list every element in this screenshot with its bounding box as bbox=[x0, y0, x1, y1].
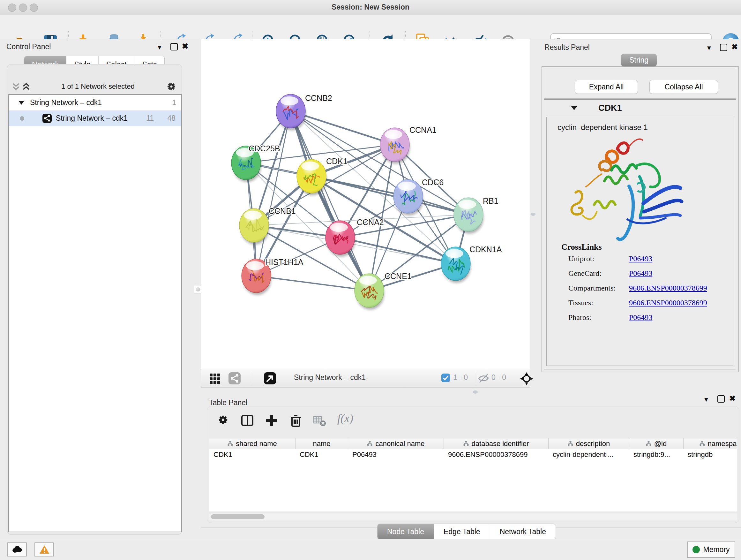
open-in-window-icon[interactable] bbox=[263, 372, 277, 385]
right-splitter[interactable] bbox=[530, 39, 536, 396]
network-canvas[interactable]: CCNB2CCNA1CDC25BCDK1CDC6RB1CCNB1CCNA2CDK… bbox=[201, 39, 530, 369]
node-table-container: f(x) shared namenamecanonical namedataba… bbox=[207, 406, 739, 523]
collapse-all-icon[interactable] bbox=[12, 82, 20, 91]
table-cell[interactable]: CDK1 bbox=[295, 449, 348, 460]
column-label: @id bbox=[654, 440, 667, 448]
column-type-icon bbox=[568, 440, 573, 448]
bottom-splitter-handle[interactable] bbox=[473, 390, 478, 394]
network-node-CCNB1[interactable]: CCNB1 bbox=[239, 206, 296, 245]
network-item-label: String Network – cdk1 bbox=[56, 114, 128, 123]
node-label: HIST1H1A bbox=[265, 258, 304, 266]
tab-edge-table[interactable]: Edge Table bbox=[434, 524, 490, 539]
column-header-namespace[interactable]: namespace bbox=[684, 438, 737, 449]
memory-button[interactable]: Memory bbox=[687, 542, 735, 558]
network-node-CCNE1[interactable]: CCNE1 bbox=[354, 272, 412, 310]
network-node-CDKN1A[interactable]: CDKN1A bbox=[441, 245, 502, 283]
table-cell[interactable]: stringdb bbox=[684, 449, 737, 460]
column-header-database-identifier[interactable]: database identifier bbox=[444, 438, 549, 449]
network-edge[interactable] bbox=[256, 111, 291, 276]
scrollbar-thumb[interactable] bbox=[211, 514, 265, 519]
expand-all-icon[interactable] bbox=[22, 82, 30, 91]
expand-collapse-box: Expand All Collapse All bbox=[544, 69, 736, 99]
crosslink-link[interactable]: P06493 bbox=[629, 269, 652, 278]
network-tree-item-row[interactable]: String Network – cdk1 11 48 bbox=[9, 111, 181, 126]
delete-column-icon[interactable] bbox=[289, 414, 303, 428]
network-edge[interactable] bbox=[256, 276, 369, 291]
add-column-icon[interactable] bbox=[265, 414, 279, 428]
network-node-CDC6[interactable]: CDC6 bbox=[394, 178, 444, 215]
show-column-icon[interactable] bbox=[240, 414, 254, 428]
function-builder-icon[interactable]: f(x) bbox=[337, 412, 353, 425]
table-header-row: shared namenamecanonical namedatabase id… bbox=[209, 438, 737, 449]
node-description: cyclin–dependent kinase 1 bbox=[557, 123, 648, 132]
crosslink-link[interactable]: 9606.ENSP00000378699 bbox=[629, 299, 707, 307]
crosslink-row: GeneCard:P06493 bbox=[568, 269, 728, 278]
warning-button[interactable] bbox=[35, 543, 54, 557]
collapse-arrow-icon[interactable] bbox=[571, 106, 577, 111]
close-panel-icon[interactable]: ✖ bbox=[182, 43, 188, 50]
close-panel-icon[interactable]: ✖ bbox=[731, 44, 738, 50]
float-panel-icon[interactable] bbox=[171, 43, 178, 51]
network-tree-root-row[interactable]: String Network – cdk1 1 bbox=[9, 95, 181, 111]
string-results-container: Expand All Collapse All CDK1 cyclin–depe… bbox=[542, 66, 739, 372]
column-type-icon bbox=[646, 440, 651, 448]
expand-all-button[interactable]: Expand All bbox=[575, 80, 638, 94]
cloud-button[interactable] bbox=[7, 543, 27, 557]
network-node-CCNA2[interactable]: CCNA2 bbox=[326, 218, 384, 257]
collapse-all-button[interactable]: Collapse All bbox=[650, 80, 718, 94]
crosslink-link[interactable]: P06493 bbox=[629, 313, 652, 322]
panel-menu-icon[interactable]: ▼ bbox=[703, 396, 710, 403]
crosslinks-title: CrossLinks bbox=[561, 242, 602, 252]
network-edge[interactable] bbox=[291, 111, 395, 145]
panel-menu-icon[interactable]: ▼ bbox=[156, 44, 163, 51]
horizontal-scrollbar[interactable] bbox=[209, 513, 737, 520]
node-label: CDKN1A bbox=[469, 245, 502, 254]
table-cell[interactable]: stringdb:9... bbox=[629, 449, 684, 460]
node-count: 11 bbox=[146, 114, 154, 123]
close-panel-icon[interactable]: ✖ bbox=[729, 395, 736, 401]
collapse-arrow-icon[interactable] bbox=[18, 101, 24, 105]
network-node-CCNB2[interactable]: CCNB2 bbox=[276, 94, 332, 130]
app-window: Session: New Session bbox=[0, 0, 741, 560]
crosslink-link[interactable]: 9606.ENSP00000378699 bbox=[629, 284, 707, 293]
network-overview-icon[interactable] bbox=[228, 372, 241, 385]
network-edge[interactable] bbox=[312, 176, 468, 214]
right-splitter-handle[interactable] bbox=[531, 212, 536, 216]
table-cell[interactable]: cyclin-dependent ... bbox=[549, 449, 629, 460]
node-result-header[interactable]: CDK1 bbox=[544, 100, 736, 116]
column-header-canonical-name[interactable]: canonical name bbox=[348, 438, 444, 449]
panel-menu-icon[interactable]: ▼ bbox=[706, 44, 712, 52]
selected-checkbox[interactable] bbox=[441, 374, 450, 382]
table-empty-area bbox=[209, 460, 737, 511]
separator bbox=[251, 372, 251, 384]
crosslink-row: Uniprot:P06493 bbox=[568, 254, 728, 263]
left-splitter-handle[interactable] bbox=[194, 285, 202, 294]
column-header-@id[interactable]: @id bbox=[629, 438, 684, 449]
network-node-RB1[interactable]: RB1 bbox=[454, 196, 498, 234]
column-header-shared-name[interactable]: shared name bbox=[209, 438, 295, 449]
crosslink-link[interactable]: P06493 bbox=[629, 254, 652, 263]
table-row[interactable]: CDK1CDK1P064939606.ENSP00000378699cyclin… bbox=[209, 449, 737, 460]
tab-network-table[interactable]: Network Table bbox=[490, 524, 556, 539]
node-label: CDC25B bbox=[249, 144, 280, 153]
network-node-HIST1H1A[interactable]: HIST1H1A bbox=[242, 258, 304, 295]
crosslink-label: GeneCard: bbox=[568, 269, 602, 277]
column-header-name[interactable]: name bbox=[295, 438, 348, 449]
tab-node-table[interactable]: Node Table bbox=[378, 524, 434, 539]
string-tab[interactable]: String bbox=[621, 54, 657, 66]
network-node-CDC25B[interactable]: CDC25B bbox=[231, 144, 280, 182]
table-settings-gear-icon[interactable] bbox=[217, 414, 229, 426]
network-edge[interactable] bbox=[340, 238, 456, 264]
delete-table-icon[interactable] bbox=[313, 414, 327, 428]
table-cell[interactable]: CDK1 bbox=[209, 449, 295, 460]
column-header-description[interactable]: description bbox=[549, 438, 629, 449]
fit-selected-icon[interactable] bbox=[520, 372, 534, 386]
table-cell[interactable]: P06493 bbox=[348, 449, 444, 460]
float-panel-icon[interactable] bbox=[718, 395, 725, 402]
protein-structure-image bbox=[562, 136, 690, 246]
memory-status-dot bbox=[692, 546, 700, 553]
table-cell[interactable]: 9606.ENSP00000378699 bbox=[444, 449, 549, 460]
float-panel-icon[interactable] bbox=[720, 44, 727, 51]
birds-eye-view-icon[interactable] bbox=[208, 372, 222, 385]
gear-icon[interactable] bbox=[165, 81, 177, 92]
